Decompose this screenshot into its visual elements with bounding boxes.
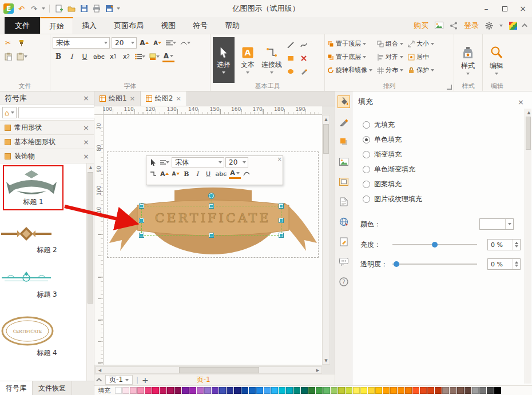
palette-swatch[interactable] bbox=[338, 387, 345, 394]
palette-swatch[interactable] bbox=[204, 387, 211, 394]
palette-swatch[interactable] bbox=[264, 387, 271, 394]
palette-swatch[interactable] bbox=[368, 387, 375, 394]
fill-panel-icon[interactable] bbox=[338, 95, 350, 108]
scroll-down-icon[interactable]: ▼ bbox=[323, 357, 329, 364]
share-icon[interactable] bbox=[450, 22, 458, 30]
palette-swatch[interactable] bbox=[227, 387, 233, 394]
doc-tab-drawing2[interactable]: 绘图2 × bbox=[141, 91, 187, 106]
scroll-up-icon[interactable]: ▲ bbox=[525, 109, 532, 116]
tab-file-recovery[interactable]: 文件恢复 bbox=[33, 381, 72, 395]
palette-swatch[interactable] bbox=[301, 387, 308, 394]
symbol-item-title2[interactable]: 标题 2 bbox=[0, 223, 94, 255]
collapse-ribbon-icon[interactable] bbox=[522, 23, 527, 29]
tab-home[interactable]: 开始 bbox=[40, 17, 73, 34]
cut-icon[interactable]: ✂ bbox=[2, 37, 14, 49]
paste-icon[interactable] bbox=[2, 51, 14, 62]
maximize-button[interactable] bbox=[495, 1, 514, 17]
qat-dropdown-icon[interactable] bbox=[42, 7, 45, 10]
mini-italic-button[interactable]: I bbox=[193, 169, 203, 179]
library-home-dropdown[interactable]: ⌂ bbox=[2, 107, 17, 118]
bring-to-front-button[interactable]: 置于顶层 bbox=[327, 37, 372, 50]
fill-panel-close-icon[interactable]: × bbox=[518, 98, 524, 106]
brightness-slider-thumb[interactable] bbox=[432, 242, 438, 248]
resize-handle-sw[interactable] bbox=[140, 233, 144, 237]
symbol-item-title3[interactable]: 标题 3 bbox=[0, 269, 94, 300]
palette-swatch[interactable] bbox=[435, 387, 442, 394]
page-tab[interactable]: 页-1 bbox=[105, 375, 133, 385]
settings-gear-icon[interactable] bbox=[485, 22, 493, 30]
palette-swatch[interactable] bbox=[420, 387, 427, 394]
fill-color-dropdown[interactable] bbox=[479, 218, 514, 230]
open-folder-icon[interactable] bbox=[66, 4, 76, 14]
group-button[interactable]: 组合 bbox=[377, 37, 403, 50]
resize-handle-e[interactable] bbox=[279, 218, 283, 222]
export-icon[interactable] bbox=[104, 4, 114, 14]
palette-swatch[interactable] bbox=[189, 387, 196, 394]
text-style-icon[interactable] bbox=[179, 37, 192, 49]
connector-tool-button[interactable]: 连接线 bbox=[261, 37, 283, 83]
picture-panel-icon[interactable] bbox=[338, 155, 350, 168]
category-decorations[interactable]: 装饰物 × bbox=[0, 149, 94, 163]
buy-link[interactable]: 购买 bbox=[414, 21, 428, 31]
center-button[interactable]: 居中 bbox=[408, 50, 434, 63]
palette-swatch[interactable] bbox=[115, 387, 122, 394]
palette-swatch[interactable] bbox=[450, 387, 456, 394]
palette-swatch[interactable] bbox=[383, 387, 390, 394]
category-close-icon[interactable]: × bbox=[83, 152, 89, 161]
mini-connector-icon[interactable] bbox=[148, 169, 158, 179]
rectangle-shape-icon[interactable] bbox=[285, 53, 296, 64]
radio-icon[interactable] bbox=[363, 121, 370, 129]
palette-swatch[interactable] bbox=[174, 387, 181, 394]
palette-swatch[interactable] bbox=[219, 387, 226, 394]
scroll-left-icon[interactable]: ◀ bbox=[96, 367, 104, 373]
opacity-slider[interactable] bbox=[392, 264, 477, 265]
palette-swatch[interactable] bbox=[249, 387, 256, 394]
category-close-icon[interactable]: × bbox=[83, 138, 89, 146]
document-edit-panel-icon[interactable] bbox=[338, 236, 350, 248]
line-shape-icon[interactable] bbox=[285, 39, 296, 51]
symbol-panel-close-icon[interactable]: × bbox=[83, 94, 89, 102]
palette-swatch[interactable] bbox=[197, 387, 204, 394]
increase-font-icon[interactable]: A bbox=[138, 37, 150, 49]
tab-view[interactable]: 视图 bbox=[152, 17, 184, 34]
horizontal-scrollbar[interactable]: ◀ ▶ bbox=[96, 366, 322, 374]
redo-icon[interactable]: ↷ bbox=[29, 4, 39, 14]
align-icon[interactable] bbox=[165, 37, 177, 49]
mini-align-icon[interactable] bbox=[159, 157, 170, 167]
palette-swatch[interactable] bbox=[412, 387, 419, 394]
palette-swatch[interactable] bbox=[130, 387, 137, 394]
category-basic-drawing-shapes[interactable]: 基本绘图形状 × bbox=[0, 135, 94, 149]
resize-handle-s[interactable] bbox=[209, 233, 213, 237]
symbol-item-title4[interactable]: CERTIFICATE 标题 4 bbox=[0, 314, 94, 358]
spinner-arrows[interactable] bbox=[513, 240, 520, 250]
font-family-combobox[interactable]: 宋体 bbox=[53, 37, 110, 49]
palette-swatch[interactable] bbox=[360, 387, 367, 394]
palette-swatch[interactable] bbox=[234, 387, 241, 394]
superscript-icon[interactable]: x1 bbox=[108, 51, 119, 62]
mini-strikethrough-button[interactable]: abc bbox=[215, 169, 228, 179]
opacity-value-box[interactable]: 0 % bbox=[487, 258, 521, 270]
photo-icon[interactable] bbox=[435, 22, 443, 29]
radio-icon[interactable] bbox=[363, 166, 370, 173]
resize-handle-ne[interactable] bbox=[279, 204, 283, 208]
align-button[interactable]: 对齐 bbox=[377, 50, 403, 63]
strikethrough-button[interactable]: abc bbox=[92, 51, 106, 62]
distribute-button[interactable]: 分布 bbox=[377, 63, 403, 77]
palette-swatch[interactable] bbox=[464, 387, 471, 394]
mini-decrease-font-icon[interactable]: A bbox=[171, 169, 181, 179]
palette-swatch[interactable] bbox=[323, 387, 330, 394]
palette-swatch[interactable] bbox=[145, 387, 152, 394]
palette-swatch[interactable] bbox=[331, 387, 338, 394]
rotation-handle[interactable] bbox=[209, 193, 214, 198]
tab-page-layout[interactable]: 页面布局 bbox=[105, 17, 152, 34]
fill-option-pattern[interactable]: 图案填充 bbox=[363, 177, 532, 191]
text-highlight-icon[interactable] bbox=[148, 51, 161, 62]
palette-swatch[interactable] bbox=[457, 387, 464, 394]
shadow-panel-icon[interactable] bbox=[338, 135, 350, 148]
text-tool-button[interactable]: A 文本 bbox=[237, 37, 259, 83]
palette-swatch[interactable] bbox=[137, 387, 144, 394]
format-painter-icon[interactable] bbox=[15, 37, 27, 49]
palette-swatch[interactable] bbox=[286, 387, 293, 394]
tab-close-icon[interactable]: × bbox=[130, 95, 135, 102]
hyperlink-panel-icon[interactable] bbox=[338, 216, 350, 228]
